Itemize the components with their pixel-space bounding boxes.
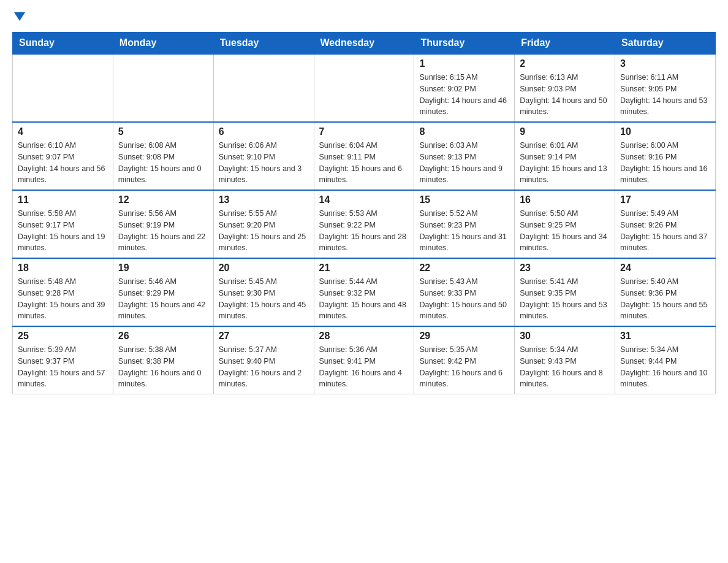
day-info: Sunrise: 5:58 AM Sunset: 9:17 PM Dayligh… xyxy=(18,208,108,254)
day-number: 3 xyxy=(620,58,710,69)
day-info: Sunrise: 5:36 AM Sunset: 9:41 PM Dayligh… xyxy=(319,344,409,390)
day-number: 15 xyxy=(419,194,509,205)
calendar-cell: 8Sunrise: 6:03 AM Sunset: 9:13 PM Daylig… xyxy=(414,122,515,190)
day-info: Sunrise: 5:49 AM Sunset: 9:26 PM Dayligh… xyxy=(620,208,710,254)
calendar-cell: 5Sunrise: 6:08 AM Sunset: 9:08 PM Daylig… xyxy=(113,122,213,190)
calendar-week-row: 25Sunrise: 5:39 AM Sunset: 9:37 PM Dayli… xyxy=(13,326,716,394)
calendar-cell: 4Sunrise: 6:10 AM Sunset: 9:07 PM Daylig… xyxy=(13,122,113,190)
day-number: 18 xyxy=(18,262,108,274)
day-info: Sunrise: 6:15 AM Sunset: 9:02 PM Dayligh… xyxy=(419,72,509,118)
day-info: Sunrise: 5:52 AM Sunset: 9:23 PM Dayligh… xyxy=(419,208,509,254)
day-info: Sunrise: 5:34 AM Sunset: 9:44 PM Dayligh… xyxy=(620,344,710,390)
day-info: Sunrise: 5:37 AM Sunset: 9:40 PM Dayligh… xyxy=(219,344,309,390)
calendar-cell: 6Sunrise: 6:06 AM Sunset: 9:10 PM Daylig… xyxy=(213,122,314,190)
calendar-cell: 30Sunrise: 5:34 AM Sunset: 9:43 PM Dayli… xyxy=(515,326,615,394)
day-number: 16 xyxy=(520,194,610,205)
calendar-cell: 25Sunrise: 5:39 AM Sunset: 9:37 PM Dayli… xyxy=(13,326,113,394)
day-info: Sunrise: 5:53 AM Sunset: 9:22 PM Dayligh… xyxy=(319,208,409,254)
day-info: Sunrise: 5:56 AM Sunset: 9:19 PM Dayligh… xyxy=(118,208,208,254)
calendar-week-row: 4Sunrise: 6:10 AM Sunset: 9:07 PM Daylig… xyxy=(13,122,716,190)
day-info: Sunrise: 5:40 AM Sunset: 9:36 PM Dayligh… xyxy=(620,276,710,322)
day-number: 19 xyxy=(118,262,208,274)
calendar-cell xyxy=(213,54,314,122)
day-info: Sunrise: 6:08 AM Sunset: 9:08 PM Dayligh… xyxy=(118,140,208,186)
calendar-cell xyxy=(314,54,414,122)
calendar-cell: 24Sunrise: 5:40 AM Sunset: 9:36 PM Dayli… xyxy=(615,258,716,326)
calendar-cell: 22Sunrise: 5:43 AM Sunset: 9:33 PM Dayli… xyxy=(414,258,515,326)
page-header xyxy=(12,12,716,22)
day-number: 5 xyxy=(118,126,208,137)
day-number: 8 xyxy=(419,126,509,137)
calendar-cell: 28Sunrise: 5:36 AM Sunset: 9:41 PM Dayli… xyxy=(314,326,414,394)
day-number: 12 xyxy=(118,194,208,205)
day-number: 23 xyxy=(520,262,610,274)
day-number: 30 xyxy=(520,331,610,342)
calendar-cell: 7Sunrise: 6:04 AM Sunset: 9:11 PM Daylig… xyxy=(314,122,414,190)
day-info: Sunrise: 5:43 AM Sunset: 9:33 PM Dayligh… xyxy=(419,276,509,322)
day-number: 24 xyxy=(620,262,710,274)
calendar-cell: 3Sunrise: 6:11 AM Sunset: 9:05 PM Daylig… xyxy=(615,54,716,122)
day-info: Sunrise: 6:04 AM Sunset: 9:11 PM Dayligh… xyxy=(319,140,409,186)
day-number: 22 xyxy=(419,262,509,274)
day-info: Sunrise: 5:38 AM Sunset: 9:38 PM Dayligh… xyxy=(118,344,208,390)
day-info: Sunrise: 5:48 AM Sunset: 9:28 PM Dayligh… xyxy=(18,276,108,322)
day-number: 28 xyxy=(319,331,409,342)
day-number: 11 xyxy=(18,194,108,205)
calendar-cell: 14Sunrise: 5:53 AM Sunset: 9:22 PM Dayli… xyxy=(314,190,414,258)
day-of-week-header: Monday xyxy=(113,33,213,55)
calendar-cell: 29Sunrise: 5:35 AM Sunset: 9:42 PM Dayli… xyxy=(414,326,515,394)
calendar-cell: 21Sunrise: 5:44 AM Sunset: 9:32 PM Dayli… xyxy=(314,258,414,326)
calendar-cell: 18Sunrise: 5:48 AM Sunset: 9:28 PM Dayli… xyxy=(13,258,113,326)
day-of-week-header: Thursday xyxy=(414,33,515,55)
calendar-cell: 11Sunrise: 5:58 AM Sunset: 9:17 PM Dayli… xyxy=(13,190,113,258)
day-of-week-header: Wednesday xyxy=(314,33,414,55)
day-number: 29 xyxy=(419,331,509,342)
calendar-cell: 13Sunrise: 5:55 AM Sunset: 9:20 PM Dayli… xyxy=(213,190,314,258)
day-info: Sunrise: 6:10 AM Sunset: 9:07 PM Dayligh… xyxy=(18,140,108,186)
day-number: 27 xyxy=(219,331,309,342)
day-info: Sunrise: 5:50 AM Sunset: 9:25 PM Dayligh… xyxy=(520,208,610,254)
calendar-table: SundayMondayTuesdayWednesdayThursdayFrid… xyxy=(12,32,716,394)
day-info: Sunrise: 5:35 AM Sunset: 9:42 PM Dayligh… xyxy=(419,344,509,390)
day-info: Sunrise: 6:06 AM Sunset: 9:10 PM Dayligh… xyxy=(219,140,309,186)
calendar-cell: 23Sunrise: 5:41 AM Sunset: 9:35 PM Dayli… xyxy=(515,258,615,326)
day-info: Sunrise: 5:45 AM Sunset: 9:30 PM Dayligh… xyxy=(219,276,309,322)
day-info: Sunrise: 6:01 AM Sunset: 9:14 PM Dayligh… xyxy=(520,140,610,186)
calendar-cell: 26Sunrise: 5:38 AM Sunset: 9:38 PM Dayli… xyxy=(113,326,213,394)
calendar-cell: 19Sunrise: 5:46 AM Sunset: 9:29 PM Dayli… xyxy=(113,258,213,326)
calendar-header-row: SundayMondayTuesdayWednesdayThursdayFrid… xyxy=(13,33,716,55)
day-number: 4 xyxy=(18,126,108,137)
day-info: Sunrise: 5:44 AM Sunset: 9:32 PM Dayligh… xyxy=(319,276,409,322)
calendar-cell: 27Sunrise: 5:37 AM Sunset: 9:40 PM Dayli… xyxy=(213,326,314,394)
calendar-cell: 15Sunrise: 5:52 AM Sunset: 9:23 PM Dayli… xyxy=(414,190,515,258)
logo-triangle-icon xyxy=(14,12,25,21)
day-number: 21 xyxy=(319,262,409,274)
calendar-cell: 2Sunrise: 6:13 AM Sunset: 9:03 PM Daylig… xyxy=(515,54,615,122)
calendar-cell: 20Sunrise: 5:45 AM Sunset: 9:30 PM Dayli… xyxy=(213,258,314,326)
day-number: 9 xyxy=(520,126,610,137)
logo xyxy=(12,12,25,22)
day-number: 10 xyxy=(620,126,710,137)
day-number: 17 xyxy=(620,194,710,205)
day-info: Sunrise: 5:55 AM Sunset: 9:20 PM Dayligh… xyxy=(219,208,309,254)
day-info: Sunrise: 5:46 AM Sunset: 9:29 PM Dayligh… xyxy=(118,276,208,322)
calendar-week-row: 11Sunrise: 5:58 AM Sunset: 9:17 PM Dayli… xyxy=(13,190,716,258)
calendar-cell xyxy=(113,54,213,122)
day-number: 7 xyxy=(319,126,409,137)
calendar-week-row: 18Sunrise: 5:48 AM Sunset: 9:28 PM Dayli… xyxy=(13,258,716,326)
day-number: 31 xyxy=(620,331,710,342)
day-info: Sunrise: 6:03 AM Sunset: 9:13 PM Dayligh… xyxy=(419,140,509,186)
day-number: 6 xyxy=(219,126,309,137)
day-info: Sunrise: 6:00 AM Sunset: 9:16 PM Dayligh… xyxy=(620,140,710,186)
calendar-week-row: 1Sunrise: 6:15 AM Sunset: 9:02 PM Daylig… xyxy=(13,54,716,122)
day-number: 25 xyxy=(18,331,108,342)
day-of-week-header: Sunday xyxy=(13,33,113,55)
day-number: 26 xyxy=(118,331,208,342)
day-of-week-header: Friday xyxy=(515,33,615,55)
calendar-cell: 17Sunrise: 5:49 AM Sunset: 9:26 PM Dayli… xyxy=(615,190,716,258)
day-number: 14 xyxy=(319,194,409,205)
day-of-week-header: Tuesday xyxy=(213,33,314,55)
day-number: 20 xyxy=(219,262,309,274)
day-info: Sunrise: 5:34 AM Sunset: 9:43 PM Dayligh… xyxy=(520,344,610,390)
day-info: Sunrise: 6:13 AM Sunset: 9:03 PM Dayligh… xyxy=(520,72,610,118)
